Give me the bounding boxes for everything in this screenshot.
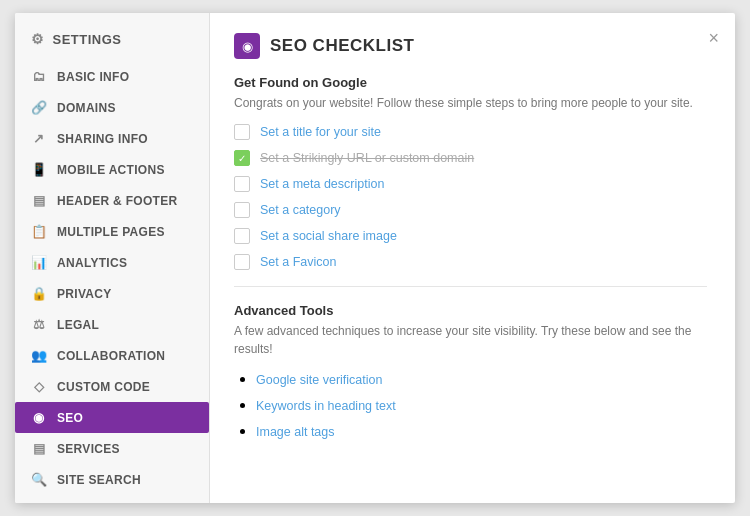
sidebar-item-sharing-info[interactable]: ↗SHARING INFO	[15, 123, 209, 154]
bullet-link-keywords[interactable]: Keywords in heading text	[256, 399, 396, 413]
sidebar-label-basic-info: BASIC INFO	[57, 70, 129, 84]
checklist-item-title: Set a title for your site	[234, 124, 707, 140]
sidebar-header: ⚙ SETTINGS	[15, 21, 209, 61]
checklist-link-category[interactable]: Set a category	[260, 203, 341, 217]
legal-icon: ⚖	[31, 317, 47, 332]
sidebar-label-domains: DOMAINS	[57, 101, 116, 115]
domains-icon: 🔗	[31, 100, 47, 115]
main-title: SEO CHECKLIST	[270, 36, 414, 56]
checklist-link-title[interactable]: Set a title for your site	[260, 125, 381, 139]
main-header: ◉ SEO CHECKLIST	[234, 33, 707, 59]
checklist-item-social: Set a social share image	[234, 228, 707, 244]
mobile-actions-icon: 📱	[31, 162, 47, 177]
header-footer-icon: ▤	[31, 193, 47, 208]
sidebar-item-header-footer[interactable]: ▤HEADER & FOOTER	[15, 185, 209, 216]
site-search-icon: 🔍	[31, 472, 47, 487]
checklist-item-category: Set a category	[234, 202, 707, 218]
sidebar-item-seo[interactable]: ◉SEO	[15, 402, 209, 433]
checklist-item-favicon: Set a Favicon	[234, 254, 707, 270]
multiple-pages-icon: 📋	[31, 224, 47, 239]
advanced-title: Advanced Tools	[234, 303, 707, 318]
sidebar-item-custom-code[interactable]: ◇CUSTOM CODE	[15, 371, 209, 402]
seo-icon: ◉	[31, 410, 47, 425]
sidebar-label-sharing-info: SHARING INFO	[57, 132, 148, 146]
get-found-desc: Congrats on your website! Follow these s…	[234, 94, 707, 112]
services-icon: ▤	[31, 441, 47, 456]
sidebar-item-mobile-actions[interactable]: 📱MOBILE ACTIONS	[15, 154, 209, 185]
checkbox-url[interactable]: ✓	[234, 150, 250, 166]
analytics-icon: 📊	[31, 255, 47, 270]
bullet-list: Google site verificationKeywords in head…	[234, 370, 707, 440]
sidebar-label-header-footer: HEADER & FOOTER	[57, 194, 178, 208]
sidebar-item-services[interactable]: ▤SERVICES	[15, 433, 209, 464]
sidebar-label-site-search: SITE SEARCH	[57, 473, 141, 487]
bullet-item-keywords: Keywords in heading text	[256, 396, 707, 414]
checklist-link-url[interactable]: Set a Strikingly URL or custom domain	[260, 151, 474, 165]
bullet-item-google-verify: Google site verification	[256, 370, 707, 388]
sidebar-item-site-search[interactable]: 🔍SITE SEARCH	[15, 464, 209, 495]
sidebar-label-multiple-pages: MULTIPLE PAGES	[57, 225, 165, 239]
sidebar-label-seo: SEO	[57, 411, 83, 425]
sidebar-label-analytics: ANALYTICS	[57, 256, 127, 270]
sidebar-label-collaboration: COLLABORATION	[57, 349, 165, 363]
checklist-link-social[interactable]: Set a social share image	[260, 229, 397, 243]
checklist-link-meta[interactable]: Set a meta description	[260, 177, 384, 191]
sidebar-label-custom-code: CUSTOM CODE	[57, 380, 150, 394]
sidebar: ⚙ SETTINGS 🗂BASIC INFO🔗DOMAINS↗SHARING I…	[15, 13, 210, 503]
checklist-item-meta: Set a meta description	[234, 176, 707, 192]
checkbox-category[interactable]	[234, 202, 250, 218]
modal-container: ⚙ SETTINGS 🗂BASIC INFO🔗DOMAINS↗SHARING I…	[15, 13, 735, 503]
custom-code-icon: ◇	[31, 379, 47, 394]
checklist-container: Set a title for your site✓Set a Striking…	[234, 124, 707, 270]
bullet-link-google-verify[interactable]: Google site verification	[256, 373, 382, 387]
sidebar-item-collaboration[interactable]: 👥COLLABORATION	[15, 340, 209, 371]
sidebar-label-legal: LEGAL	[57, 318, 99, 332]
get-found-title: Get Found on Google	[234, 75, 707, 90]
sidebar-item-domains[interactable]: 🔗DOMAINS	[15, 92, 209, 123]
bullet-link-image-alt[interactable]: Image alt tags	[256, 425, 335, 439]
sidebar-label-mobile-actions: MOBILE ACTIONS	[57, 163, 165, 177]
sidebar-item-hide-advanced[interactable]: ▲HIDE ADVANCED	[15, 495, 209, 503]
sidebar-item-basic-info[interactable]: 🗂BASIC INFO	[15, 61, 209, 92]
collaboration-icon: 👥	[31, 348, 47, 363]
checkbox-favicon[interactable]	[234, 254, 250, 270]
basic-info-icon: 🗂	[31, 69, 47, 84]
sidebar-label-services: SERVICES	[57, 442, 120, 456]
sharing-info-icon: ↗	[31, 131, 47, 146]
divider	[234, 286, 707, 287]
sidebar-item-multiple-pages[interactable]: 📋MULTIPLE PAGES	[15, 216, 209, 247]
sidebar-header-label: SETTINGS	[53, 32, 122, 47]
sidebar-label-privacy: PRIVACY	[57, 287, 112, 301]
sidebar-item-legal[interactable]: ⚖LEGAL	[15, 309, 209, 340]
sidebar-item-privacy[interactable]: 🔒PRIVACY	[15, 278, 209, 309]
checklist-link-favicon[interactable]: Set a Favicon	[260, 255, 336, 269]
main-content: × ◉ SEO CHECKLIST Get Found on Google Co…	[210, 13, 735, 503]
seo-icon: ◉	[234, 33, 260, 59]
sidebar-item-analytics[interactable]: 📊ANALYTICS	[15, 247, 209, 278]
privacy-icon: 🔒	[31, 286, 47, 301]
advanced-desc: A few advanced techniques to increase yo…	[234, 322, 707, 358]
close-button[interactable]: ×	[708, 29, 719, 47]
bullet-item-image-alt: Image alt tags	[256, 422, 707, 440]
checkbox-meta[interactable]	[234, 176, 250, 192]
checkbox-social[interactable]	[234, 228, 250, 244]
checklist-item-url: ✓Set a Strikingly URL or custom domain	[234, 150, 707, 166]
gear-icon: ⚙	[31, 31, 45, 47]
checkbox-title[interactable]	[234, 124, 250, 140]
